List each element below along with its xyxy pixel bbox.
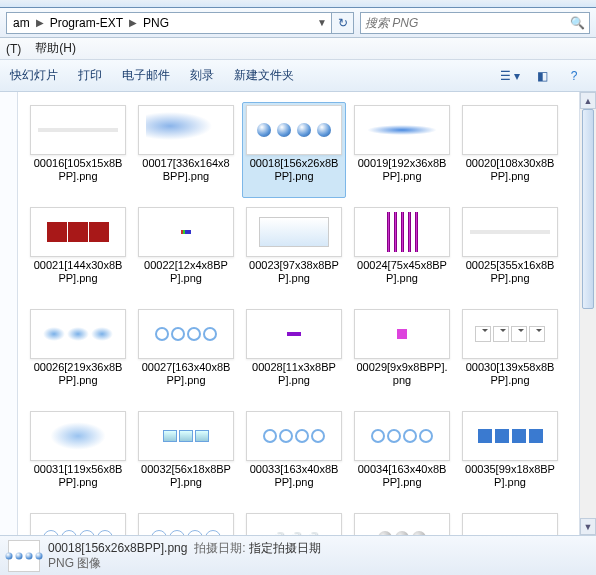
file-thumbnail [462,513,558,535]
scroll-thumb[interactable] [582,109,594,309]
file-item[interactable]: 00023[97x38x8BPP].png [242,204,346,300]
file-thumbnail [138,411,234,461]
file-item[interactable]: 00033[163x40x8BPP].png [242,408,346,504]
chevron-right-icon[interactable]: ▶ [129,17,137,28]
file-name: 00032[56x18x8BPP].png [137,463,235,489]
file-name: 00020[108x30x8BPP].png [461,157,559,183]
file-item[interactable]: 00031[119x56x8BPP].png [26,408,130,504]
file-item[interactable]: ▶◉◉▶00036[195x48x8BPP].png [26,510,130,535]
file-thumbnail [30,105,126,155]
menu-bar: (T) 帮助(H) [0,38,596,60]
preview-pane-button[interactable]: ◧ [530,66,554,86]
menu-help[interactable]: 帮助(H) [35,40,76,57]
search-box[interactable]: 🔍 [360,12,590,34]
file-thumbnail [30,207,126,257]
file-name: 00016[105x15x8BPP].png [29,157,127,183]
nav-pane [0,92,18,535]
status-filename: 00018[156x26x8BPP].png [48,541,187,555]
file-thumbnail [30,411,126,461]
tb-burn[interactable]: 刻录 [190,67,214,84]
file-name: 00028[11x3x8BPP].png [245,361,343,387]
vertical-scrollbar[interactable]: ▲ ▼ [579,92,596,535]
tb-newfolder[interactable]: 新建文件夹 [234,67,294,84]
file-name: 00033[163x40x8BPP].png [245,463,343,489]
file-name: 00022[12x4x8BPP].png [137,259,235,285]
file-thumbnail: 🔊🔊🔊 [246,513,342,535]
file-item[interactable]: 00032[56x18x8BPP].png [134,408,238,504]
file-thumbnail [246,411,342,461]
file-name: 00027[163x40x8BPP].png [137,361,235,387]
search-input[interactable] [365,16,570,30]
file-name: 00024[75x45x8BPP].png [353,259,451,285]
file-thumbnail [138,309,234,359]
file-item[interactable]: 00018[156x26x8BPP].png [242,102,346,198]
file-grid[interactable]: 00016[105x15x8BPP].png00017[336x164x8BPP… [18,92,579,535]
file-item[interactable]: 🔊🔊🔊00038[67x16x8BPP].png [242,510,346,535]
file-item[interactable]: 00016[105x15x8BPP].png [26,102,130,198]
file-item[interactable]: 00021[144x30x8BPP].png [26,204,130,300]
file-name: 00034[163x40x8BPP].png [353,463,451,489]
tb-print[interactable]: 打印 [78,67,102,84]
crumb-0[interactable]: am [11,15,32,31]
tb-email[interactable]: 电子邮件 [122,67,170,84]
file-name: 00031[119x56x8BPP].png [29,463,127,489]
file-item[interactable]: 00025[355x16x8BPP].png [458,204,562,300]
file-item[interactable]: 00035[99x18x8BPP].png [458,408,562,504]
file-name: 00035[99x18x8BPP].png [461,463,559,489]
file-thumbnail [354,105,450,155]
file-thumbnail [462,309,558,359]
search-icon[interactable]: 🔍 [570,16,585,30]
file-thumbnail [30,309,126,359]
crumb-2[interactable]: PNG [141,15,171,31]
file-thumbnail [354,309,450,359]
status-date-value[interactable]: 指定拍摄日期 [249,541,321,555]
status-date-label: 拍摄日期: [194,541,245,555]
file-item[interactable]: ❚❚◉❚❚◉00037[195x48x8BPP].png [134,510,238,535]
file-thumbnail [462,411,558,461]
crumb-1[interactable]: Program-EXT [48,15,125,31]
file-item[interactable]: 00040[78x18x8BPP].png [458,510,562,535]
help-icon[interactable]: ? [562,66,586,86]
file-name: 00023[97x38x8BPP].png [245,259,343,285]
file-thumbnail [354,207,450,257]
refresh-button[interactable]: ↻ [332,12,354,34]
file-name: 00018[156x26x8BPP].png [245,157,343,183]
file-item[interactable]: 00028[11x3x8BPP].png [242,306,346,402]
chevron-down-icon[interactable]: ▼ [317,17,327,28]
file-thumbnail [354,411,450,461]
file-thumbnail [246,207,342,257]
file-item[interactable]: 00020[108x30x8BPP].png [458,102,562,198]
file-item[interactable]: 00039[62x20x8BPP].png [350,510,454,535]
chevron-right-icon[interactable]: ▶ [36,17,44,28]
file-item[interactable]: 00034[163x40x8BPP].png [350,408,454,504]
status-thumbnail [8,540,40,572]
file-name: 00017[336x164x8BPP].png [137,157,235,183]
file-thumbnail [138,207,234,257]
file-item[interactable]: 00030[139x58x8BPP].png [458,306,562,402]
file-thumbnail [462,105,558,155]
file-name: 00019[192x36x8BPP].png [353,157,451,183]
file-item[interactable]: 00024[75x45x8BPP].png [350,204,454,300]
tb-slideshow[interactable]: 快幻灯片 [10,67,58,84]
file-name: 00021[144x30x8BPP].png [29,259,127,285]
scroll-down-button[interactable]: ▼ [580,518,596,535]
file-item[interactable]: 00022[12x4x8BPP].png [134,204,238,300]
file-item[interactable]: 00029[9x9x8BPP].png [350,306,454,402]
file-name: 00030[139x58x8BPP].png [461,361,559,387]
file-thumbnail: ▶◉◉▶ [30,513,126,535]
file-item[interactable]: 00017[336x164x8BPP].png [134,102,238,198]
breadcrumb[interactable]: am ▶ Program-EXT ▶ PNG ▼ [6,12,332,34]
status-type: PNG 图像 [48,556,321,571]
titlebar: ─ ☐ ✕ [0,0,596,8]
menu-tools[interactable]: (T) [6,42,21,56]
file-item[interactable]: 00027[163x40x8BPP].png [134,306,238,402]
file-item[interactable]: 00019[192x36x8BPP].png [350,102,454,198]
file-thumbnail: ❚❚◉❚❚◉ [138,513,234,535]
scroll-up-button[interactable]: ▲ [580,92,596,109]
file-thumbnail [246,309,342,359]
toolbar: 快幻灯片 打印 电子邮件 刻录 新建文件夹 ☰ ▾ ◧ ? [0,60,596,92]
file-item[interactable]: 00026[219x36x8BPP].png [26,306,130,402]
view-options-button[interactable]: ☰ ▾ [498,66,522,86]
file-thumbnail [462,207,558,257]
status-bar: 00018[156x26x8BPP].png 拍摄日期: 指定拍摄日期 PNG … [0,535,596,575]
